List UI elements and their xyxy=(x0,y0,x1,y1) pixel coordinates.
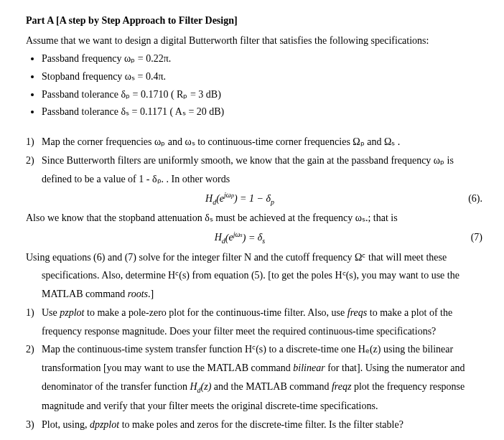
step-b2-cont3: magnitude and verify that your filter me… xyxy=(26,398,482,414)
step-b1: 1) Use pzplot to make a pole-zero plot f… xyxy=(26,305,482,321)
equation-7-num: (7) xyxy=(454,230,482,245)
step-1: 1) Map the corner frequencies ωₚ and ωₛ … xyxy=(26,134,482,150)
step-number: 3) xyxy=(26,417,42,433)
using-line-3: MATLAB command roots.] xyxy=(26,286,482,302)
step-b1-cont: frequency response magnitude. Does your … xyxy=(26,324,482,340)
steps-list-2: 1) Use pzplot to make a pole-zero plot f… xyxy=(26,305,482,432)
step-text: Plot, using, dpzplot to make poles and z… xyxy=(42,417,482,433)
using-line-1: Using equations (6) and (7) solve for th… xyxy=(26,250,482,266)
spec-stopband-tol: Passband tolerance δₛ = 0.1171 ( Aₛ = 20… xyxy=(42,104,482,120)
step-text: Map the continuous-time system transfer … xyxy=(42,342,482,357)
spec-stopband-freq: Stopband frequency ωₛ = 0.4π. xyxy=(42,69,482,85)
spec-passband-freq: Passband frequency ωₚ = 0.22π. xyxy=(42,51,482,67)
step-b3: 3) Plot, using, dpzplot to make poles an… xyxy=(26,417,482,433)
step-text: Use pzplot to make a pole-zero plot for … xyxy=(42,305,482,321)
step-number: 1) xyxy=(26,305,42,321)
equation-6-expr: Hd(ejωp) = 1 − δp xyxy=(26,189,454,207)
equation-6: Hd(ejωp) = 1 − δp (6). xyxy=(26,189,482,207)
step-number: 2) xyxy=(26,153,42,169)
step-number: 1) xyxy=(26,134,42,150)
step-b2: 2) Map the continuous-time system transf… xyxy=(26,342,482,357)
document-page: Part A [A step by Step Approach to Filte… xyxy=(0,0,504,440)
equation-6-num: (6). xyxy=(454,191,482,207)
step-2-cont: defined to be a value of 1 - δₚ. . In ot… xyxy=(26,172,482,187)
steps-list-1: 1) Map the corner frequencies ωₚ and ωₛ … xyxy=(26,134,482,187)
step-b2-cont1: transformation [you may want to use the … xyxy=(26,360,482,376)
step-text: Since Butterworth filters are uniformly … xyxy=(42,153,482,169)
intro-text: Assume that we want to design a digital … xyxy=(26,33,482,49)
part-a-title: Part A [A step by Step Approach to Filte… xyxy=(26,13,482,29)
mid-text-1: Also we know that the stopband attenuati… xyxy=(26,210,482,226)
equation-7-expr: Hd(ejωs) = δs xyxy=(26,229,454,247)
step-text: Map the corner frequencies ωₚ and ωₛ to … xyxy=(42,134,482,150)
using-line-2: specifications. Also, determine Hᶜ(s) fr… xyxy=(26,268,482,284)
spec-list: Passband frequency ωₚ = 0.22π. Stopband … xyxy=(26,51,482,120)
step-2: 2) Since Butterworth filters are uniform… xyxy=(26,153,482,169)
step-number: 2) xyxy=(26,342,42,357)
spec-passband-tol: Passband tolerance δₚ = 0.1710 ( Rₚ = 3 … xyxy=(42,87,482,103)
equation-7: Hd(ejωs) = δs (7) xyxy=(26,229,482,247)
step-b2-cont2: denominator of the transfer function Hd(… xyxy=(26,379,482,395)
